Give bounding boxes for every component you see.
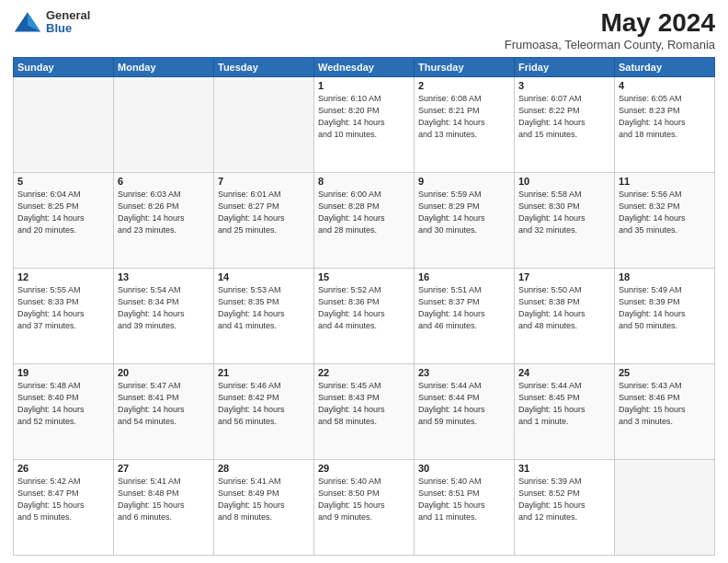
logo: General Blue (13, 9, 90, 36)
day-info: Sunrise: 5:59 AM Sunset: 8:29 PM Dayligh… (418, 189, 510, 236)
day-number: 1 (318, 80, 410, 91)
day-info: Sunrise: 5:39 AM Sunset: 8:52 PM Dayligh… (518, 476, 610, 523)
calendar-week-2: 12Sunrise: 5:55 AM Sunset: 8:33 PM Dayli… (14, 268, 715, 363)
calendar-cell: 30Sunrise: 5:40 AM Sunset: 8:51 PM Dayli… (415, 459, 515, 555)
day-number: 30 (418, 463, 510, 474)
day-number: 10 (518, 176, 610, 187)
day-number: 9 (418, 176, 510, 187)
title-block: May 2024 Frumoasa, Teleorman County, Rom… (505, 9, 715, 52)
day-info: Sunrise: 6:00 AM Sunset: 8:28 PM Dayligh… (318, 189, 410, 236)
calendar-cell: 2Sunrise: 6:08 AM Sunset: 8:21 PM Daylig… (415, 76, 515, 172)
calendar-cell: 24Sunrise: 5:44 AM Sunset: 8:45 PM Dayli… (515, 363, 615, 459)
logo-blue: Blue (46, 22, 90, 35)
calendar-cell: 20Sunrise: 5:47 AM Sunset: 8:41 PM Dayli… (114, 363, 214, 459)
calendar-week-1: 5Sunrise: 6:04 AM Sunset: 8:25 PM Daylig… (14, 172, 715, 268)
day-number: 26 (17, 463, 109, 474)
calendar-cell: 28Sunrise: 5:41 AM Sunset: 8:49 PM Dayli… (214, 459, 314, 555)
day-number: 20 (118, 367, 210, 378)
day-info: Sunrise: 5:44 AM Sunset: 8:44 PM Dayligh… (418, 380, 510, 428)
day-info: Sunrise: 5:51 AM Sunset: 8:37 PM Dayligh… (418, 284, 510, 332)
calendar-cell: 23Sunrise: 5:44 AM Sunset: 8:44 PM Dayli… (415, 363, 515, 459)
calendar-week-4: 26Sunrise: 5:42 AM Sunset: 8:47 PM Dayli… (14, 459, 715, 555)
calendar-cell: 1Sunrise: 6:10 AM Sunset: 8:20 PM Daylig… (314, 76, 415, 172)
calendar-cell (615, 459, 715, 555)
day-info: Sunrise: 5:40 AM Sunset: 8:51 PM Dayligh… (418, 476, 510, 523)
day-number: 12 (17, 271, 109, 282)
calendar-cell: 13Sunrise: 5:54 AM Sunset: 8:34 PM Dayli… (114, 268, 214, 363)
day-number: 23 (418, 367, 510, 378)
day-number: 29 (318, 463, 410, 474)
page-header: General Blue May 2024 Frumoasa, Teleorma… (13, 9, 715, 52)
day-info: Sunrise: 5:44 AM Sunset: 8:45 PM Dayligh… (518, 380, 610, 428)
calendar-page: General Blue May 2024 Frumoasa, Teleorma… (0, 0, 728, 563)
weekday-header-monday: Monday (114, 57, 214, 76)
day-number: 16 (418, 271, 510, 282)
calendar-cell: 19Sunrise: 5:48 AM Sunset: 8:40 PM Dayli… (14, 363, 114, 459)
day-info: Sunrise: 5:47 AM Sunset: 8:41 PM Dayligh… (118, 380, 210, 428)
day-info: Sunrise: 5:40 AM Sunset: 8:50 PM Dayligh… (318, 476, 410, 523)
calendar-cell (14, 76, 114, 172)
day-info: Sunrise: 5:58 AM Sunset: 8:30 PM Dayligh… (518, 189, 610, 236)
calendar-cell: 29Sunrise: 5:40 AM Sunset: 8:50 PM Dayli… (314, 459, 415, 555)
calendar-cell: 11Sunrise: 5:56 AM Sunset: 8:32 PM Dayli… (615, 172, 715, 268)
day-info: Sunrise: 6:08 AM Sunset: 8:21 PM Dayligh… (418, 93, 510, 141)
calendar-cell (214, 76, 314, 172)
day-info: Sunrise: 6:05 AM Sunset: 8:23 PM Dayligh… (619, 93, 711, 141)
logo-text: General Blue (46, 9, 90, 36)
calendar-cell: 8Sunrise: 6:00 AM Sunset: 8:28 PM Daylig… (314, 172, 415, 268)
day-number: 25 (619, 367, 711, 378)
day-info: Sunrise: 6:04 AM Sunset: 8:25 PM Dayligh… (17, 189, 109, 236)
calendar-cell: 22Sunrise: 5:45 AM Sunset: 8:43 PM Dayli… (314, 363, 415, 459)
day-number: 31 (518, 463, 610, 474)
day-number: 11 (619, 176, 711, 187)
calendar-cell: 9Sunrise: 5:59 AM Sunset: 8:29 PM Daylig… (415, 172, 515, 268)
day-number: 13 (118, 271, 210, 282)
day-number: 14 (218, 271, 310, 282)
day-number: 18 (619, 271, 711, 282)
day-number: 22 (318, 367, 410, 378)
day-info: Sunrise: 5:56 AM Sunset: 8:32 PM Dayligh… (619, 189, 711, 236)
calendar-cell: 21Sunrise: 5:46 AM Sunset: 8:42 PM Dayli… (214, 363, 314, 459)
calendar-cell: 14Sunrise: 5:53 AM Sunset: 8:35 PM Dayli… (214, 268, 314, 363)
calendar-cell: 10Sunrise: 5:58 AM Sunset: 8:30 PM Dayli… (515, 172, 615, 268)
day-info: Sunrise: 5:48 AM Sunset: 8:40 PM Dayligh… (17, 380, 109, 428)
weekday-header-friday: Friday (515, 57, 615, 76)
calendar-cell: 25Sunrise: 5:43 AM Sunset: 8:46 PM Dayli… (615, 363, 715, 459)
day-info: Sunrise: 5:49 AM Sunset: 8:39 PM Dayligh… (619, 284, 711, 332)
location-subtitle: Frumoasa, Teleorman County, Romania (505, 38, 715, 52)
day-info: Sunrise: 5:46 AM Sunset: 8:42 PM Dayligh… (218, 380, 310, 428)
calendar-cell: 4Sunrise: 6:05 AM Sunset: 8:23 PM Daylig… (615, 76, 715, 172)
day-info: Sunrise: 5:52 AM Sunset: 8:36 PM Dayligh… (318, 284, 410, 332)
day-number: 21 (218, 367, 310, 378)
weekday-header-row: SundayMondayTuesdayWednesdayThursdayFrid… (14, 57, 715, 76)
day-number: 7 (218, 176, 310, 187)
weekday-header-wednesday: Wednesday (314, 57, 415, 76)
calendar-cell: 3Sunrise: 6:07 AM Sunset: 8:22 PM Daylig… (515, 76, 615, 172)
day-number: 3 (518, 80, 610, 91)
calendar-cell: 17Sunrise: 5:50 AM Sunset: 8:38 PM Dayli… (515, 268, 615, 363)
logo-icon (13, 9, 42, 35)
calendar-cell (114, 76, 214, 172)
day-info: Sunrise: 5:43 AM Sunset: 8:46 PM Dayligh… (619, 380, 711, 428)
weekday-header-tuesday: Tuesday (214, 57, 314, 76)
day-info: Sunrise: 5:54 AM Sunset: 8:34 PM Dayligh… (118, 284, 210, 332)
day-number: 27 (118, 463, 210, 474)
calendar-week-0: 1Sunrise: 6:10 AM Sunset: 8:20 PM Daylig… (14, 76, 715, 172)
calendar-cell: 6Sunrise: 6:03 AM Sunset: 8:26 PM Daylig… (114, 172, 214, 268)
day-info: Sunrise: 6:01 AM Sunset: 8:27 PM Dayligh… (218, 189, 310, 236)
day-info: Sunrise: 5:55 AM Sunset: 8:33 PM Dayligh… (17, 284, 109, 332)
day-info: Sunrise: 5:45 AM Sunset: 8:43 PM Dayligh… (318, 380, 410, 428)
weekday-header-thursday: Thursday (415, 57, 515, 76)
logo-general: General (46, 9, 90, 22)
day-info: Sunrise: 5:41 AM Sunset: 8:49 PM Dayligh… (218, 476, 310, 523)
calendar-table: SundayMondayTuesdayWednesdayThursdayFrid… (13, 57, 715, 556)
day-info: Sunrise: 5:41 AM Sunset: 8:48 PM Dayligh… (118, 476, 210, 523)
day-number: 15 (318, 271, 410, 282)
calendar-cell: 15Sunrise: 5:52 AM Sunset: 8:36 PM Dayli… (314, 268, 415, 363)
calendar-cell: 16Sunrise: 5:51 AM Sunset: 8:37 PM Dayli… (415, 268, 515, 363)
day-number: 2 (418, 80, 510, 91)
day-number: 17 (518, 271, 610, 282)
day-info: Sunrise: 6:07 AM Sunset: 8:22 PM Dayligh… (518, 93, 610, 141)
calendar-cell: 5Sunrise: 6:04 AM Sunset: 8:25 PM Daylig… (14, 172, 114, 268)
calendar-week-3: 19Sunrise: 5:48 AM Sunset: 8:40 PM Dayli… (14, 363, 715, 459)
